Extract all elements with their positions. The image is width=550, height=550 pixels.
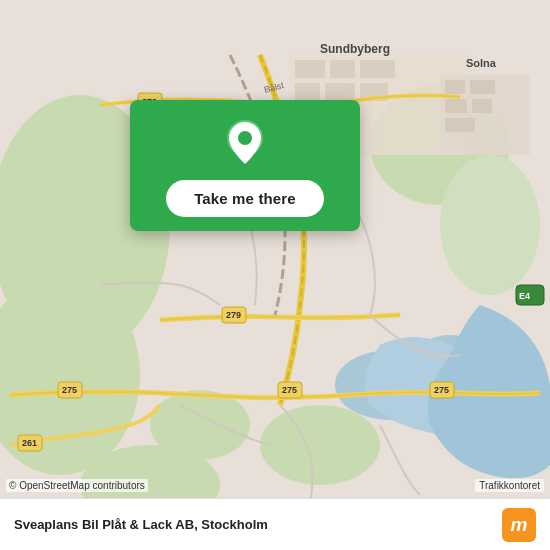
copyright-text: © OpenStreetMap contributors bbox=[6, 479, 148, 492]
moovit-logo: m bbox=[502, 508, 536, 542]
svg-rect-22 bbox=[470, 80, 495, 94]
svg-point-4 bbox=[440, 155, 540, 295]
take-me-there-button[interactable]: Take me there bbox=[166, 180, 324, 217]
svg-point-5 bbox=[260, 405, 380, 485]
location-label: Sveaplans Bil Plåt & Lack AB, Stockholm bbox=[14, 517, 268, 532]
bottom-bar: Sveaplans Bil Plåt & Lack AB, Stockholm … bbox=[0, 498, 550, 550]
svg-rect-21 bbox=[445, 80, 465, 94]
svg-rect-25 bbox=[445, 118, 475, 132]
svg-point-44 bbox=[238, 131, 252, 145]
svg-rect-12 bbox=[295, 60, 325, 78]
location-pin-icon bbox=[219, 118, 271, 170]
svg-text:275: 275 bbox=[62, 385, 77, 395]
svg-text:279: 279 bbox=[226, 310, 241, 320]
moovit-m-badge: m bbox=[502, 508, 536, 542]
svg-text:E4: E4 bbox=[519, 291, 530, 301]
svg-text:Solna: Solna bbox=[466, 57, 497, 69]
svg-text:261: 261 bbox=[22, 438, 37, 448]
svg-rect-15 bbox=[295, 83, 320, 101]
svg-rect-13 bbox=[330, 60, 355, 78]
map-container: 279 279 275 275 275 261 E4 Sundbyberg So… bbox=[0, 0, 550, 550]
svg-rect-23 bbox=[445, 99, 467, 113]
svg-rect-14 bbox=[360, 60, 395, 78]
svg-text:275: 275 bbox=[434, 385, 449, 395]
location-card: Take me there bbox=[130, 100, 360, 231]
map-background: 279 279 275 275 275 261 E4 Sundbyberg So… bbox=[0, 0, 550, 550]
svg-text:275: 275 bbox=[282, 385, 297, 395]
svg-text:Sundbyberg: Sundbyberg bbox=[320, 42, 390, 56]
svg-rect-16 bbox=[325, 83, 355, 101]
svg-rect-24 bbox=[472, 99, 492, 113]
trafikkontoret-label: Trafikkontoret bbox=[475, 479, 544, 492]
